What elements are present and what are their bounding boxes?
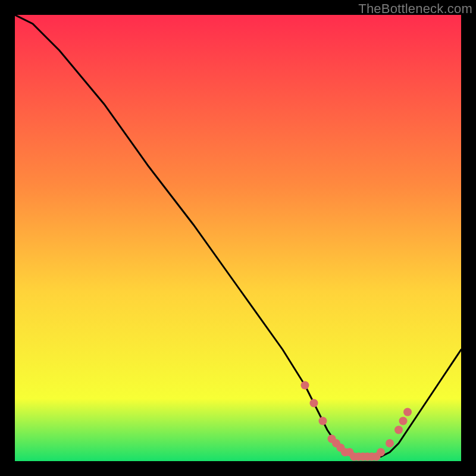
plot-area	[15, 15, 461, 461]
highlight-point	[386, 439, 394, 447]
highlight-point	[301, 381, 309, 390]
highlight-point	[310, 399, 318, 408]
chart-container: TheBottleneck.com	[0, 0, 476, 476]
highlight-point	[377, 448, 385, 456]
highlight-point	[403, 408, 412, 416]
highlight-point	[319, 417, 327, 425]
gradient-background	[15, 15, 461, 461]
highlight-point	[399, 417, 408, 425]
bottleneck-chart	[15, 15, 461, 461]
highlight-point	[394, 426, 403, 434]
